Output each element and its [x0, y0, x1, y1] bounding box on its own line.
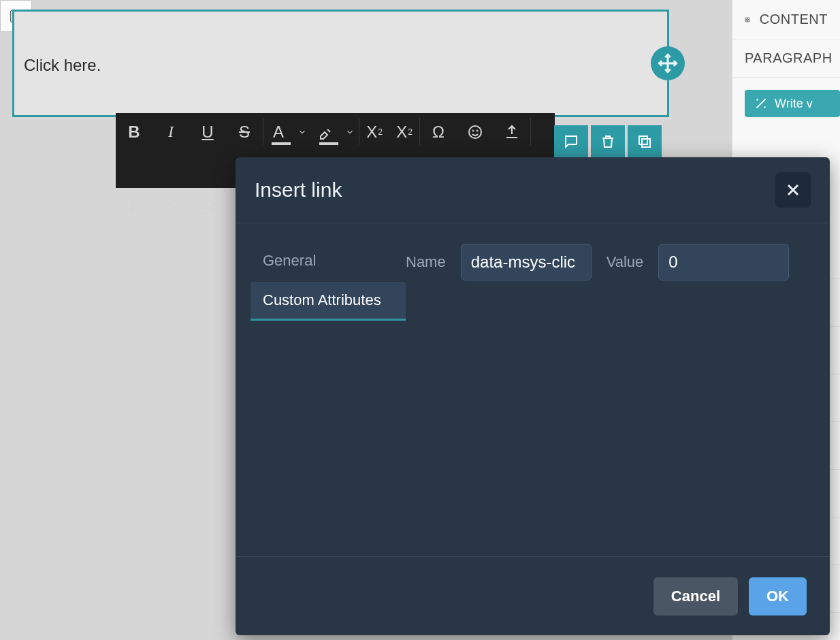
tab-custom-attributes[interactable]: Custom Attributes — [251, 282, 406, 321]
delete-button[interactable] — [591, 125, 625, 158]
text-color-button[interactable]: A — [263, 113, 293, 150]
link-icon — [163, 199, 179, 215]
duplicate-button[interactable] — [628, 125, 662, 158]
chevron-down-icon — [297, 127, 307, 137]
write-label: Write v — [775, 97, 813, 111]
panel-paragraph-label: PARAGRAPH — [745, 50, 833, 66]
value-input[interactable] — [658, 244, 789, 281]
custom-attribute-form: Name Value — [406, 242, 811, 556]
move-icon — [658, 53, 678, 74]
insert-link-button[interactable] — [152, 188, 189, 225]
dialog-footer: Cancel OK — [236, 556, 830, 635]
grid-icon — [745, 12, 750, 28]
svg-point-3 — [473, 130, 474, 131]
upload-button[interactable] — [494, 113, 530, 150]
panel-tab-content[interactable]: CONTENT — [732, 0, 840, 39]
svg-point-4 — [477, 130, 478, 131]
move-handle[interactable] — [651, 46, 685, 80]
svg-rect-11 — [748, 18, 749, 19]
block-actions — [554, 125, 662, 158]
upload-icon — [504, 124, 520, 140]
highlight-dropdown[interactable] — [341, 113, 359, 150]
svg-rect-10 — [745, 18, 747, 19]
highlighter-icon — [318, 124, 334, 140]
svg-rect-13 — [748, 20, 749, 21]
special-char-button[interactable]: Ω — [420, 113, 457, 150]
panel-section-paragraph[interactable]: PARAGRAPH — [732, 39, 840, 78]
subscript-button[interactable]: X2 — [389, 113, 419, 150]
strikethrough-button[interactable]: S — [226, 113, 263, 150]
highlight-swatch — [319, 142, 338, 145]
clear-formatting-button[interactable]: ✕ — [116, 188, 152, 225]
superscript-button[interactable]: X2 — [359, 113, 389, 150]
name-input[interactable] — [461, 244, 592, 281]
insert-link-dialog: Insert link General Custom Attributes Na… — [236, 157, 830, 635]
ok-button[interactable]: OK — [749, 577, 807, 615]
text-color-dropdown[interactable] — [293, 113, 311, 150]
trash-icon — [600, 133, 616, 150]
unlink-icon — [199, 199, 216, 215]
toolbar-separator — [530, 118, 531, 145]
copy-icon — [636, 133, 653, 150]
selected-content-block[interactable] — [12, 10, 669, 117]
dialog-body: General Custom Attributes Name Value — [236, 223, 830, 556]
underline-button[interactable]: U — [189, 113, 226, 150]
panel-tab-content-label: CONTENT — [760, 12, 828, 27]
dialog-tabs: General Custom Attributes — [236, 242, 406, 556]
name-label: Name — [406, 244, 446, 271]
svg-rect-12 — [745, 20, 747, 21]
remove-link-button[interactable] — [189, 188, 226, 225]
close-icon — [785, 182, 801, 198]
value-label: Value — [607, 244, 644, 271]
magic-wand-icon — [754, 97, 768, 110]
text-color-swatch — [272, 142, 291, 145]
svg-rect-8 — [642, 139, 650, 147]
chevron-down-icon — [345, 127, 355, 137]
tab-general[interactable]: General — [251, 242, 406, 279]
write-with-ai-button[interactable]: Write v — [745, 90, 840, 117]
comment-icon — [563, 133, 579, 150]
comment-button[interactable] — [554, 125, 588, 158]
cancel-button[interactable]: Cancel — [653, 577, 738, 615]
svg-point-2 — [469, 126, 481, 138]
highlight-button[interactable] — [311, 113, 341, 150]
dialog-title: Insert link — [255, 178, 342, 202]
italic-button[interactable]: I — [152, 113, 189, 150]
bold-button[interactable]: B — [116, 113, 152, 150]
smile-icon — [467, 124, 483, 140]
emoji-button[interactable] — [457, 113, 494, 150]
block-text[interactable]: Click here. — [24, 56, 101, 75]
svg-rect-9 — [639, 136, 647, 144]
close-button[interactable] — [775, 172, 811, 208]
dialog-header: Insert link — [236, 157, 830, 223]
